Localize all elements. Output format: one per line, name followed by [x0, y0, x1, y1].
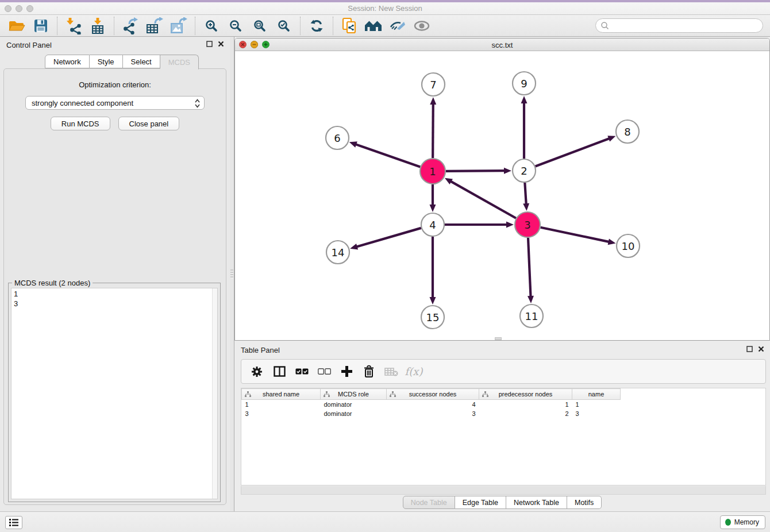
function-builder-button[interactable]: f(x) [405, 363, 422, 380]
result-scrollbar[interactable] [212, 288, 217, 499]
graph-node-label: 6 [334, 132, 340, 144]
canvas-resize-grip[interactable] [495, 337, 502, 340]
split-panel-button[interactable] [271, 363, 288, 380]
node-table-grid[interactable]: shared name MCDS role successor nodes [241, 388, 621, 418]
graph-edge-2-8[interactable] [536, 136, 616, 166]
graph-node-label: 1 [429, 165, 436, 178]
run-mcds-button[interactable]: Run MCDS [51, 117, 110, 130]
zoom-out-button[interactable] [226, 16, 245, 36]
graphics-details-button[interactable] [388, 16, 407, 36]
network-canvas[interactable]: 1234678910111415 [235, 51, 769, 340]
graph-node-10[interactable]: 10 [617, 234, 640, 257]
export-network-button[interactable] [121, 16, 140, 36]
tab-node-table[interactable]: Node Table [403, 496, 455, 509]
network-graph: 1234678910111415 [235, 51, 769, 340]
tab-style[interactable]: Style [90, 55, 123, 68]
open-session-button[interactable] [7, 16, 26, 36]
graph-node-label: 2 [521, 165, 527, 177]
graph-node-7[interactable]: 7 [422, 73, 445, 96]
select-all-button[interactable] [293, 363, 310, 380]
mcds-result-item: 3 [14, 299, 215, 309]
panel-splitter[interactable] [230, 37, 234, 511]
search-input[interactable] [595, 18, 763, 33]
graphics-details-icon [390, 19, 406, 33]
import-network-button[interactable] [64, 16, 83, 36]
table-row[interactable]: 1 dominator 4 1 1 [242, 400, 621, 409]
export-image-button[interactable] [169, 16, 188, 36]
graph-node-4[interactable]: 4 [421, 213, 444, 236]
refresh-button[interactable] [307, 16, 326, 36]
hierarchy-icon [390, 391, 396, 398]
graph-edge-1-2[interactable] [446, 168, 511, 174]
graph-node-3[interactable]: 3 [515, 212, 540, 237]
export-table-button[interactable] [145, 16, 164, 36]
column-header-mcds-role[interactable]: MCDS role [321, 389, 387, 400]
memory-button[interactable]: Memory [720, 515, 765, 529]
network-window-titlebar[interactable]: scc.txt [235, 38, 769, 51]
tab-network[interactable]: Network [45, 55, 90, 68]
mcds-panel-body: Optimization criterion: strongly connect… [3, 68, 226, 505]
graph-edge-4-15[interactable] [430, 237, 436, 304]
graph-edge-3-10[interactable] [541, 228, 616, 245]
column-header-shared-name[interactable]: shared name [242, 389, 321, 400]
mcds-result-list[interactable]: 1 3 [11, 288, 218, 499]
graph-edge-4-14[interactable] [350, 228, 421, 250]
float-table-panel-icon[interactable] [746, 346, 753, 352]
graph-edge-3-1[interactable] [445, 178, 516, 218]
tab-motifs[interactable]: Motifs [567, 496, 602, 509]
first-neighbors-button[interactable] [364, 16, 383, 36]
graph-node-6[interactable]: 6 [326, 126, 349, 149]
birds-eye-button[interactable] [412, 16, 432, 36]
window-title: Session: New Session [0, 4, 770, 13]
split-panel-icon [274, 366, 286, 377]
column-header-name[interactable]: name [572, 389, 621, 400]
graph-node-label: 10 [622, 240, 635, 252]
gear-button[interactable] [248, 363, 265, 380]
add-column-button[interactable] [338, 363, 355, 380]
add-column-icon [341, 365, 353, 377]
content-area: Control Panel Network Style Select MCDS [0, 37, 770, 511]
deselect-all-button[interactable] [315, 363, 333, 380]
graph-node-2[interactable]: 2 [513, 159, 536, 182]
graph-node-1[interactable]: 1 [420, 159, 445, 184]
graph-node-8[interactable]: 8 [616, 120, 639, 143]
graph-edge-1-4[interactable] [430, 184, 436, 212]
column-header-successor-nodes[interactable]: successor nodes [387, 389, 479, 400]
delete-table-button[interactable] [383, 363, 400, 380]
optimization-criterion-select[interactable]: strongly connected component [25, 96, 205, 110]
graph-node-11[interactable]: 11 [520, 304, 543, 327]
export-image-icon [170, 17, 188, 34]
graph-edge-1-6[interactable] [349, 141, 421, 167]
zoom-selected-button[interactable] [274, 16, 294, 36]
zoom-in-button[interactable] [202, 16, 221, 36]
float-panel-icon[interactable] [206, 41, 213, 47]
graph-edge-4-3[interactable] [445, 222, 514, 228]
import-table-button[interactable] [88, 16, 107, 36]
show-panels-button[interactable] [5, 516, 22, 529]
table-scroll-strip [241, 486, 766, 495]
close-panel-icon[interactable] [218, 41, 224, 47]
graph-edge-1-7[interactable] [430, 97, 436, 158]
tab-edge-table[interactable]: Edge Table [455, 496, 506, 509]
graph-edge-3-11[interactable] [528, 238, 534, 303]
close-table-panel-icon[interactable] [758, 346, 764, 352]
main-toolbar [0, 15, 770, 37]
table-row[interactable]: 3 dominator 3 2 3 [242, 409, 621, 418]
function-builder-icon: f(x) [405, 365, 423, 377]
graph-edge-2-3[interactable] [523, 183, 529, 211]
graph-node-9[interactable]: 9 [513, 72, 536, 95]
clone-network-button[interactable] [340, 16, 359, 36]
delete-column-icon [363, 365, 375, 378]
zoom-fit-button[interactable] [250, 16, 270, 36]
graph-node-14[interactable]: 14 [326, 241, 349, 264]
save-session-button[interactable] [31, 16, 51, 36]
tab-select[interactable]: Select [123, 55, 160, 68]
close-panel-button[interactable]: Close panel [118, 117, 180, 130]
tab-network-table[interactable]: Network Table [506, 496, 567, 509]
delete-column-button[interactable] [360, 363, 378, 380]
optimization-criterion-value: strongly connected component [32, 99, 133, 107]
graph-node-15[interactable]: 15 [421, 306, 444, 329]
graph-edge-2-9[interactable] [521, 96, 528, 159]
tab-mcds[interactable]: MCDS [160, 55, 199, 70]
column-header-predecessor-nodes[interactable]: predecessor nodes [479, 389, 572, 400]
